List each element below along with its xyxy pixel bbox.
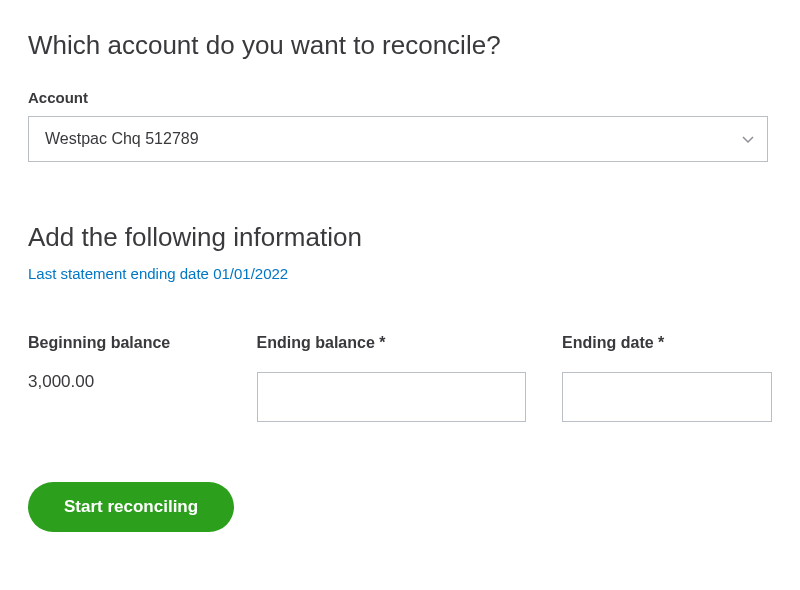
ending-date-input[interactable]	[562, 372, 772, 422]
ending-balance-label: Ending balance *	[257, 334, 527, 352]
account-select-wrapper: Westpac Chq 512789	[28, 116, 768, 162]
ending-balance-group: Ending balance *	[257, 334, 527, 422]
balance-fields-row: Beginning balance 3,000.00 Ending balanc…	[28, 334, 772, 422]
start-reconciling-button[interactable]: Start reconciling	[28, 482, 234, 532]
reconcile-heading: Which account do you want to reconcile?	[28, 30, 772, 61]
ending-date-label: Ending date *	[562, 334, 772, 352]
beginning-balance-value: 3,000.00	[28, 372, 221, 392]
ending-balance-input[interactable]	[257, 372, 527, 422]
account-select[interactable]: Westpac Chq 512789	[28, 116, 768, 162]
account-selected-value: Westpac Chq 512789	[45, 130, 199, 148]
ending-date-group: Ending date *	[562, 334, 772, 422]
last-statement-link[interactable]: Last statement ending date 01/01/2022	[28, 265, 288, 282]
beginning-balance-label: Beginning balance	[28, 334, 221, 352]
beginning-balance-group: Beginning balance 3,000.00	[28, 334, 221, 422]
info-heading: Add the following information	[28, 222, 772, 253]
account-label: Account	[28, 89, 772, 106]
